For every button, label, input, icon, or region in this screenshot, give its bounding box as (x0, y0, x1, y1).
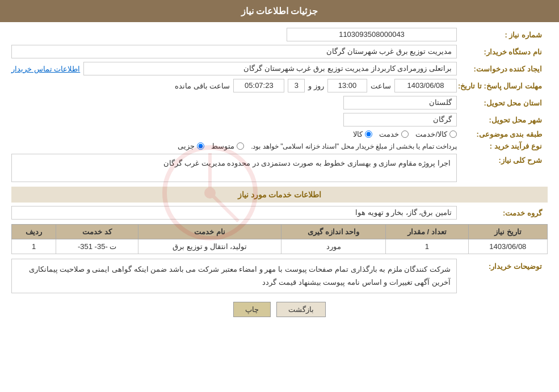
cell-tarikh: 1403/06/08 (468, 239, 547, 254)
radio-kala-khadamat-input[interactable] (449, 130, 457, 138)
radio-motavasset-label: متوسط (211, 142, 234, 150)
grohe-khadamat-label: گروه خدمت: (457, 209, 548, 217)
col-radif: ردیف (12, 225, 56, 239)
ferayand-note: پرداخت تمام یا بخشی از مبلغ خریدار محل "… (251, 142, 457, 150)
radio-kala-label: کالا (353, 130, 363, 138)
tazihaat-value: شرکت کنندگان ملزم به بارگذاری تمام صفحات… (11, 259, 457, 293)
shahr-value: گرگان (343, 113, 457, 127)
ijad-konande-label: ایجاد کننده درخواست: (457, 65, 548, 73)
table-row: 1403/06/08 1 مورد تولید، انتقال و توزیع … (12, 239, 548, 254)
mohlat-date: 1403/06/08 (394, 79, 457, 92)
radio-motavasset-input[interactable] (237, 142, 244, 150)
nam-dastgah-label: نام دستگاه خریدار: (457, 48, 548, 56)
cell-code: ت -35- 351- (56, 239, 138, 254)
radio-motavasset[interactable]: متوسط (211, 142, 244, 150)
ferayand-label: نوع فرآیند خرید : (457, 142, 548, 150)
col-unit: واحد اندازه گیری (281, 225, 386, 239)
col-name: نام خدمت (138, 225, 281, 239)
radio-kala-khadamat-label: کالا/خدمت (415, 130, 447, 138)
cell-unit: مورد (281, 239, 386, 254)
tazihaat-label: توضیحات خریدار: (457, 259, 548, 271)
sharh-koli-value: اجرا پروژه مقاوم سازی و بهسازی خطوط به ص… (11, 154, 457, 182)
col-code: کد خدمت (56, 225, 138, 239)
page-title: جزئیات اطلاعات نیاز (0, 0, 559, 22)
mohlat-label: مهلت ارسال پاسخ: تا تاریخ: (457, 82, 548, 90)
mohlat-roz-label: روز و (308, 82, 324, 90)
bazgasht-button[interactable]: بازگشت (276, 302, 326, 317)
col-tarikh: تاریخ نیاز (468, 225, 547, 239)
radio-kala[interactable]: کالا (353, 130, 372, 138)
radio-khadamat-input[interactable] (401, 130, 409, 138)
shomare-niaz-value: 1103093508000043 (287, 28, 457, 41)
ostan-value: گلستان (343, 96, 457, 109)
tabaqe-label: طبقه بندی موضوعی: (457, 130, 548, 138)
khadamat-section-header: اطلاعات خدمات مورد نیاز (11, 187, 548, 203)
radio-jozii-label: جزیی (178, 142, 195, 150)
radio-khadamat[interactable]: خدمت (379, 130, 409, 138)
radio-jozii[interactable]: جزیی (178, 142, 204, 150)
mohlat-saat-label: ساعت (371, 82, 391, 90)
services-table: تاریخ نیاز تعداد / مقدار واحد اندازه گیر… (11, 224, 548, 254)
mohlat-baqi: 05:07:23 (233, 79, 284, 92)
radio-jozii-input[interactable] (197, 142, 204, 150)
cell-tedad: 1 (385, 239, 468, 254)
ijad-konande-value: براتعلی زورمرادی کاربرداز مدیریت توزیع ب… (83, 62, 457, 75)
col-tedad: تعداد / مقدار (385, 225, 468, 239)
cell-name: تولید، انتقال و توزیع برق (138, 239, 281, 254)
radio-kala-input[interactable] (365, 130, 372, 138)
grohe-khadamat-value: تامین برق، گاز، بخار و تهویه هوا (11, 206, 457, 220)
buttons-row: بازگشت چاپ (11, 302, 548, 317)
radio-kala-khadamat[interactable]: کالا/خدمت (415, 130, 457, 138)
shahr-label: شهر محل تحویل: (457, 116, 548, 124)
mohlat-saat: 13:00 (327, 79, 367, 92)
cell-radif: 1 (12, 239, 56, 254)
radio-khadamat-label: خدمت (379, 130, 399, 138)
ettelaat-tamas-link[interactable]: اطلاعات تماس خریدار (11, 65, 80, 73)
shomare-niaz-label: شماره نیاز : (457, 31, 548, 39)
sharh-koli-label: شرح کلی نیاز: (457, 154, 548, 165)
mohlat-baqi-label: ساعت باقی مانده (175, 82, 230, 90)
mohlat-roz: 3 (288, 79, 305, 92)
nam-dastgah-value: مدیریت توزیع برق غرب شهرستان گرگان (11, 45, 457, 58)
ostan-label: استان محل تحویل: (457, 99, 548, 107)
chap-button[interactable]: چاپ (233, 302, 271, 317)
